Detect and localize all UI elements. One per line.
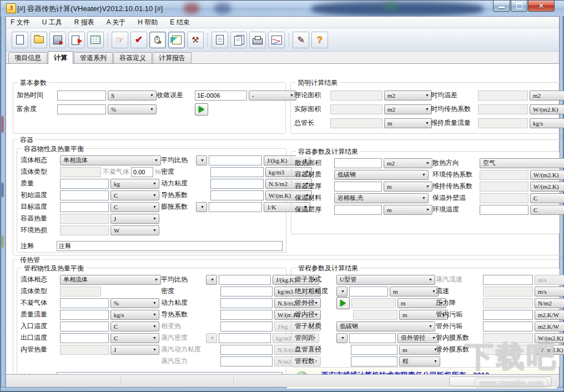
text-input[interactable] — [60, 202, 109, 212]
mini-dropdown[interactable]: ▼ — [206, 275, 217, 285]
dropdown[interactable]: %▼ — [108, 104, 157, 114]
text-input[interactable] — [60, 179, 109, 189]
toolbar-button-tools[interactable]: ⚒ — [187, 32, 204, 48]
dropdown[interactable]: m▼ — [384, 118, 432, 128]
mini-dropdown[interactable]: ▼ — [336, 287, 348, 296]
text-input[interactable] — [483, 275, 533, 285]
dropdown[interactable]: m▼ — [384, 205, 432, 215]
text-input[interactable] — [60, 333, 109, 343]
text-input[interactable] — [60, 321, 109, 331]
dropdown[interactable]: C▼ — [110, 190, 159, 200]
text-input[interactable] — [219, 333, 271, 343]
toolbar-button-chart[interactable] — [268, 32, 285, 48]
dropdown[interactable]: C▼ — [110, 202, 159, 212]
tab-1[interactable]: 计算 — [48, 51, 73, 64]
text-input[interactable] — [219, 275, 271, 285]
dropdown[interactable]: W/(m2.K)▼ — [530, 104, 564, 114]
comment-input[interactable] — [57, 241, 283, 251]
dropdown[interactable]: m2.K/W▼ — [535, 321, 564, 331]
toolbar-button-new-file[interactable] — [12, 32, 28, 48]
text-input[interactable] — [210, 167, 264, 177]
toolbar-button-report[interactable] — [212, 32, 228, 48]
dropdown[interactable]: W/(m2.K)▼ — [530, 170, 564, 180]
text-input[interactable] — [349, 333, 396, 343]
mini-dropdown[interactable]: ▼ — [336, 333, 348, 343]
text-input[interactable] — [57, 104, 106, 114]
text-input[interactable] — [209, 202, 262, 212]
text-input[interactable] — [334, 182, 382, 192]
run-button[interactable] — [195, 103, 208, 115]
dropdown[interactable]: m/s▼ — [535, 287, 564, 296]
dropdown[interactable]: 程▼ — [399, 356, 440, 366]
text-input[interactable] — [220, 356, 273, 366]
text-input[interactable] — [480, 205, 528, 215]
text-input[interactable] — [351, 345, 397, 355]
text-input[interactable] — [351, 356, 397, 366]
dropdown[interactable]: C▼ — [530, 193, 564, 203]
tab-3[interactable]: 容器定义 — [113, 52, 152, 63]
dropdown[interactable]: -▼ — [249, 91, 296, 100]
text-input[interactable] — [195, 91, 247, 100]
text-input[interactable] — [220, 298, 273, 308]
toolbar-button-edit-pad[interactable] — [168, 32, 185, 48]
dropdown[interactable]: 单相流体▼ — [60, 155, 161, 165]
toolbar-button-print[interactable] — [249, 32, 266, 48]
menu-item-3[interactable]: A 关于 — [107, 18, 126, 27]
dropdown[interactable]: J▼ — [110, 214, 159, 224]
dropdown[interactable]: m▼ — [384, 182, 432, 192]
text-input[interactable] — [220, 321, 273, 331]
menu-item-5[interactable]: E 结束 — [170, 18, 189, 27]
dropdown[interactable]: kg/s▼ — [110, 310, 159, 320]
dropdown[interactable]: W/(m2.K)▼ — [535, 333, 564, 343]
toolbar-button-help[interactable]: ? — [311, 32, 328, 48]
dropdown[interactable]: m2.K/W▼ — [535, 310, 564, 320]
dropdown[interactable]: 低碳钢▼ — [336, 321, 435, 331]
minimize-button[interactable]: ▬ — [493, 1, 510, 12]
text-input[interactable] — [60, 298, 109, 308]
dropdown[interactable]: N/m2▼ — [535, 298, 564, 308]
mini-dropdown[interactable]: ▼ — [196, 202, 207, 212]
menu-item-2[interactable]: R 报表 — [74, 18, 94, 27]
text-input[interactable] — [60, 310, 109, 320]
dropdown[interactable]: m2▼ — [384, 91, 432, 100]
dropdown[interactable]: m2▼ — [384, 158, 432, 168]
dropdown[interactable]: 低碳钢▼ — [334, 170, 429, 180]
toolbar-button-modify[interactable]: ✎ — [293, 32, 309, 48]
dropdown[interactable]: S▼ — [108, 91, 157, 100]
toolbar-button-vessel-diagram[interactable] — [149, 32, 166, 48]
dropdown[interactable]: kg/s▼ — [530, 118, 564, 128]
text-input[interactable] — [220, 345, 273, 355]
dropdown[interactable]: %▼ — [110, 298, 159, 308]
menu-item-1[interactable]: U 工具 — [42, 18, 62, 27]
mini-dropdown[interactable]: ▼ — [196, 155, 207, 165]
text-input[interactable] — [210, 190, 264, 200]
toolbar-button-reports-copy[interactable] — [230, 32, 247, 48]
text-input[interactable] — [483, 321, 533, 331]
dropdown[interactable]: W/(m2.K)▼ — [530, 182, 564, 192]
dropdown[interactable]: kg▼ — [110, 179, 159, 189]
text-input[interactable] — [131, 167, 153, 177]
text-input[interactable] — [334, 158, 382, 168]
dropdown[interactable]: 空气▼ — [480, 158, 564, 168]
text-input[interactable] — [210, 179, 264, 189]
tab-4[interactable]: 计算报告 — [153, 52, 192, 63]
toolbar-button-table[interactable] — [87, 32, 104, 48]
text-input[interactable] — [220, 310, 273, 320]
dropdown[interactable]: C▼ — [110, 321, 159, 331]
tab-0[interactable]: 项目信息 — [8, 52, 47, 63]
run-button[interactable] — [336, 297, 350, 309]
text-input[interactable] — [60, 190, 109, 200]
text-input[interactable] — [209, 155, 262, 165]
text-input[interactable] — [57, 91, 106, 100]
dropdown[interactable]: m2▼ — [530, 91, 564, 100]
toolbar-button-open-folder[interactable] — [31, 32, 47, 48]
dropdown[interactable]: m▼ — [390, 287, 439, 296]
close-button[interactable]: ✕ — [528, 1, 555, 12]
dropdown[interactable]: 岩棉板,壳▼ — [334, 193, 429, 203]
dropdown[interactable]: C▼ — [530, 205, 564, 215]
text-input[interactable] — [483, 310, 533, 320]
toolbar-button-select-run[interactable]: ☞ — [112, 32, 128, 48]
dropdown[interactable]: U型管▼ — [336, 275, 435, 285]
maximize-button[interactable] — [511, 1, 527, 12]
tab-2[interactable]: 管道系列 — [74, 52, 113, 63]
